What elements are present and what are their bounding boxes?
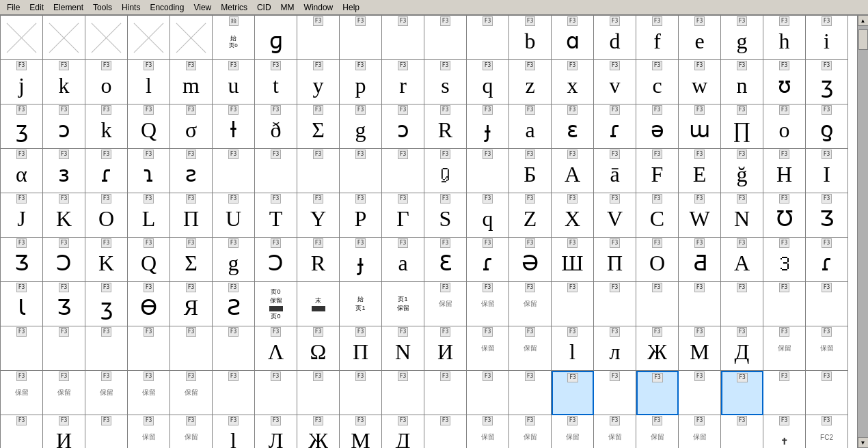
glyph-cell[interactable]: F3 [424,16,467,60]
scroll-up-button[interactable]: ▲ [858,15,869,26]
glyph-cell[interactable]: F3N [721,193,763,238]
glyph-cell[interactable]: F3 [636,282,679,326]
menu-window[interactable]: Window [300,1,338,14]
glyph-cell[interactable]: F3A [552,149,594,193]
glyph-cell[interactable]: F3t [255,60,297,104]
glyph-cell[interactable]: F3T [255,193,297,238]
glyph-cell[interactable]: F3保留 [424,282,467,326]
glyph-cell[interactable]: F3 [763,371,806,415]
glyph-cell[interactable]: F3u [213,60,255,104]
glyph-cell[interactable]: F3Ш [552,238,594,282]
glyph-cell[interactable]: F3d [594,16,636,60]
glyph-cell[interactable]: F3 [255,149,297,193]
glyph-cell[interactable]: F3ɾ [594,104,636,149]
glyph-cell[interactable]: F3 [170,326,213,371]
glyph-cell[interactable]: F3g [340,104,382,149]
glyph-cell[interactable]: F3k [85,104,128,149]
glyph-cell[interactable]: F3q [467,193,509,238]
glyph-cell[interactable]: F3w [679,60,721,104]
glyph-cell[interactable]: F3ʊ [763,60,806,104]
glyph-cell[interactable]: F3Ɡ [424,149,467,193]
glyph-cell[interactable]: F3 [594,282,636,326]
glyph-cell[interactable]: F3 [467,16,509,60]
glyph-cell[interactable]: F3Z [509,193,552,238]
glyph-cell[interactable]: F3E [679,149,721,193]
glyph-cell[interactable]: F3 [467,149,509,193]
glyph-cell[interactable]: F3 [636,371,679,415]
glyph-cell[interactable]: F3保留 [509,282,552,326]
glyph-cell[interactable]: F3保留 [170,415,213,448]
menu-file[interactable]: File [3,1,24,14]
scroll-track[interactable] [858,26,869,437]
glyph-cell[interactable]: F3保留 [128,415,170,448]
glyph-cell[interactable]: ɡ [255,16,297,60]
menu-cid[interactable]: CID [253,1,275,14]
glyph-cell[interactable]: F3Ʊ [763,193,806,238]
glyph-cell[interactable]: F3И [43,415,85,448]
glyph-cell[interactable]: F3ɾ [85,149,128,193]
glyph-cell[interactable]: F3ο [763,104,806,149]
glyph-cell[interactable]: F3p [340,60,382,104]
glyph-cell[interactable]: F3K [85,238,128,282]
scroll-thumb[interactable] [858,29,868,50]
glyph-cell[interactable]: F3 [679,282,721,326]
glyph-cell[interactable] [43,16,85,60]
menu-view[interactable]: View [189,1,215,14]
glyph-cell[interactable]: F3Ο [636,238,679,282]
glyph-cell[interactable]: F3e [679,16,721,60]
glyph-cell[interactable]: F3Ж [636,326,679,371]
glyph-cell[interactable]: F3ɾ [467,238,509,282]
glyph-cell[interactable]: F3ʒ [1,104,43,149]
glyph-cell[interactable]: F3 [552,371,594,415]
glyph-cell[interactable]: F3N [382,326,424,371]
glyph-cell[interactable]: F3r [382,60,424,104]
glyph-cell[interactable]: F3V [594,193,636,238]
glyph-cell[interactable]: F3 [382,16,424,60]
glyph-cell[interactable]: F3FC2 [806,415,848,448]
glyph-cell[interactable]: F3 [721,415,763,448]
glyph-cell[interactable]: F3Ʒ [1,238,43,282]
glyph-cell[interactable]: F3保留 [467,415,509,448]
glyph-grid-container[interactable]: 始 始页0 ɡ F3 F3 F3 F3 F3 F3b F3ɑ F3d F3f F… [0,15,857,448]
glyph-cell[interactable]: F3Λ [255,326,297,371]
glyph-cell[interactable]: F3И [424,326,467,371]
glyph-cell[interactable]: F3Д [382,415,424,448]
glyph-cell[interactable]: F3 [213,371,255,415]
glyph-cell[interactable]: F3✝ [763,415,806,448]
scroll-down-button[interactable]: ▼ [858,437,869,448]
glyph-cell[interactable]: F3Ɜ [763,238,806,282]
glyph-cell[interactable]: F3ɯ [679,104,721,149]
glyph-cell[interactable]: F3 [1,326,43,371]
glyph-cell[interactable]: F3保留 [763,326,806,371]
glyph-cell[interactable]: F3ɟ [467,104,509,149]
glyph-cell[interactable]: F3Α [721,238,763,282]
glyph-cell[interactable]: F3 [679,371,721,415]
glyph-cell[interactable]: F3Σ [297,104,340,149]
glyph-cell[interactable]: F3ɔ [43,104,85,149]
glyph-cell[interactable]: F3H [763,149,806,193]
glyph-cell[interactable]: F3ƚ [213,104,255,149]
glyph-cell[interactable]: F3Γ [382,193,424,238]
glyph-cell[interactable]: F3X [552,193,594,238]
glyph-cell[interactable]: F3ɑ [552,16,594,60]
glyph-cell[interactable]: F3F [636,149,679,193]
glyph-cell[interactable]: F3 [297,371,340,415]
glyph-cell[interactable]: F3 [721,282,763,326]
glyph-cell[interactable]: F3S [424,193,467,238]
glyph-cell[interactable]: F3 [297,149,340,193]
glyph-cell[interactable]: F3U [213,193,255,238]
glyph-cell[interactable]: F3 [382,149,424,193]
menu-tools[interactable]: Tools [89,1,116,14]
glyph-cell[interactable]: F3j [1,60,43,104]
menu-help[interactable]: Help [338,1,364,14]
glyph-cell[interactable]: F3n [721,60,763,104]
glyph-cell[interactable]: F3R [424,104,467,149]
glyph-cell[interactable]: F3 [721,371,763,415]
glyph-cell[interactable]: F3 [594,371,636,415]
glyph-cell[interactable]: F3W [679,193,721,238]
glyph-cell[interactable]: F3Ƨ [213,282,255,326]
glyph-cell[interactable]: F3v [594,60,636,104]
glyph-cell[interactable]: F3g [213,238,255,282]
glyph-cell[interactable]: F3ə [636,104,679,149]
glyph-cell[interactable]: F3Ж [297,415,340,448]
